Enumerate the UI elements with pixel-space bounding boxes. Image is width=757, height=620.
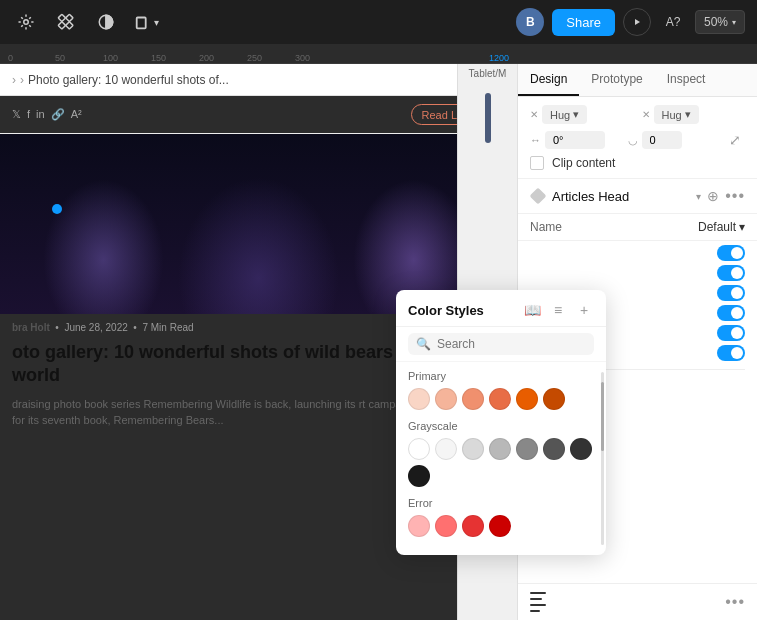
bottom-icons-row: ••• (518, 583, 757, 620)
color-panel-scrollbar[interactable] (601, 372, 604, 545)
hero-background (0, 134, 517, 314)
hug-chevron-1: ▾ (573, 108, 579, 121)
article-share-bar: 𝕏 f in 🔗 A² Read Later 🔖 (0, 96, 517, 134)
article-date-value: June 28, 2022 (64, 322, 127, 333)
user-avatar[interactable]: B (516, 8, 544, 36)
articles-head-chevron[interactable]: ▾ (696, 191, 701, 202)
link-icon[interactable]: 🔗 (51, 108, 65, 121)
cross-icon-1: ✕ (530, 109, 538, 120)
name-default-row: Name Default ▾ (518, 214, 757, 241)
swatch-error-4[interactable] (489, 515, 511, 537)
more-bottom-icon[interactable]: ••• (725, 593, 745, 611)
primary-section-title: Primary (408, 370, 594, 382)
home-icon[interactable] (12, 8, 40, 36)
swatch-gray-1[interactable] (408, 438, 430, 460)
clip-content-label: Clip content (552, 156, 615, 170)
swatch-primary-2[interactable] (435, 388, 457, 410)
article-read-time: 7 Min Read (142, 322, 193, 333)
book-icon[interactable]: 📖 (522, 300, 542, 320)
svg-rect-6 (136, 18, 145, 29)
angle-corner-row: ↔ ◡ ⤢ (530, 130, 745, 150)
swatch-error-1[interactable] (408, 515, 430, 537)
swatch-error-2[interactable] (435, 515, 457, 537)
grayscale-swatches (408, 438, 594, 487)
play-button[interactable] (623, 8, 651, 36)
toggle-5[interactable] (717, 325, 745, 341)
swatch-gray-7[interactable] (570, 438, 592, 460)
add-color-icon[interactable]: + (574, 300, 594, 320)
tablet-label: Tablet/M (458, 64, 517, 83)
expand-button[interactable]: ⤢ (725, 130, 745, 150)
hug-dropdown-1[interactable]: Hug ▾ (542, 105, 587, 124)
tab-inspect[interactable]: Inspect (655, 64, 718, 96)
corner-group: ◡ (628, 131, 718, 149)
corner-icon: ◡ (628, 134, 638, 147)
ruler-tick-150: 150 (151, 53, 166, 63)
list-view-icon[interactable]: ≡ (548, 300, 568, 320)
toggle-3[interactable] (717, 285, 745, 301)
font-size-icon[interactable]: A? (659, 8, 687, 36)
tab-design[interactable]: Design (518, 64, 579, 96)
swatch-gray-3[interactable] (462, 438, 484, 460)
tab-prototype[interactable]: Prototype (579, 64, 654, 96)
svg-rect-1 (58, 14, 65, 21)
color-sections: Primary Grayscale (396, 362, 606, 555)
clip-content-row: Clip content (530, 156, 745, 170)
linkedin-icon[interactable]: in (36, 108, 45, 121)
swatch-gray-6[interactable] (543, 438, 565, 460)
align-left-icon[interactable] (530, 592, 546, 612)
toggle-2[interactable] (717, 265, 745, 281)
swatch-primary-1[interactable] (408, 388, 430, 410)
ruler-tick-250: 250 (247, 53, 262, 63)
diamond-component-icon (530, 188, 546, 204)
share-button[interactable]: Share (552, 9, 615, 36)
clip-content-checkbox[interactable] (530, 156, 544, 170)
swatch-primary-6[interactable] (543, 388, 565, 410)
article-hero-image (0, 134, 517, 314)
scrollbar-thumb (601, 382, 604, 451)
more-options-icon[interactable]: ••• (725, 187, 745, 205)
twitter-icon[interactable]: 𝕏 (12, 108, 21, 121)
default-button[interactable]: Default ▾ (698, 220, 745, 234)
ruler-tick-300: 300 (295, 53, 310, 63)
swatch-primary-5[interactable] (516, 388, 538, 410)
color-styles-body: Primary Grayscale (396, 362, 606, 555)
hug-row-1: ✕ Hug ▾ ✕ Hug ▾ (530, 105, 745, 124)
toggle-1[interactable] (717, 245, 745, 261)
corner-input[interactable] (642, 131, 682, 149)
color-styles-header: Color Styles 📖 ≡ + (396, 290, 606, 327)
canvas-handle[interactable] (52, 204, 62, 214)
swatch-error-3[interactable] (462, 515, 484, 537)
swatch-primary-4[interactable] (489, 388, 511, 410)
frame-tool[interactable]: ▾ (132, 8, 160, 36)
hug-chevron-2: ▾ (685, 108, 691, 121)
angle-input[interactable] (545, 131, 605, 149)
zoom-control[interactable]: 50% ▾ (695, 10, 745, 34)
share-icons: 𝕏 f in 🔗 A² (12, 108, 82, 121)
swatch-primary-3[interactable] (462, 388, 484, 410)
ruler: 0 50 100 150 200 250 300 1200 (0, 44, 757, 64)
color-search-input[interactable] (437, 337, 586, 351)
target-icon[interactable]: ⊕ (707, 188, 719, 204)
toggle-6[interactable] (717, 345, 745, 361)
search-inner: 🔍 (408, 333, 594, 355)
font-size-article-icon[interactable]: A² (71, 108, 82, 121)
article-dot: • (131, 322, 143, 333)
contrast-icon[interactable] (92, 8, 120, 36)
swatch-gray-5[interactable] (516, 438, 538, 460)
hug-dropdown-2[interactable]: Hug ▾ (654, 105, 699, 124)
articles-head-title: Articles Head (552, 189, 690, 204)
facebook-icon[interactable]: f (27, 108, 30, 121)
toggle-4[interactable] (717, 305, 745, 321)
toolbar-left: ▾ (12, 8, 508, 36)
error-swatches (408, 515, 594, 537)
svg-rect-4 (66, 22, 73, 29)
diamond-grid-icon[interactable] (52, 8, 80, 36)
svg-point-0 (24, 20, 29, 25)
toggle-row-2 (530, 265, 745, 281)
hug-group-2: ✕ Hug ▾ (642, 105, 746, 124)
swatch-gray-4[interactable] (489, 438, 511, 460)
ruler-tick-1200: 1200 (489, 53, 509, 63)
swatch-gray-8[interactable] (408, 465, 430, 487)
swatch-gray-2[interactable] (435, 438, 457, 460)
